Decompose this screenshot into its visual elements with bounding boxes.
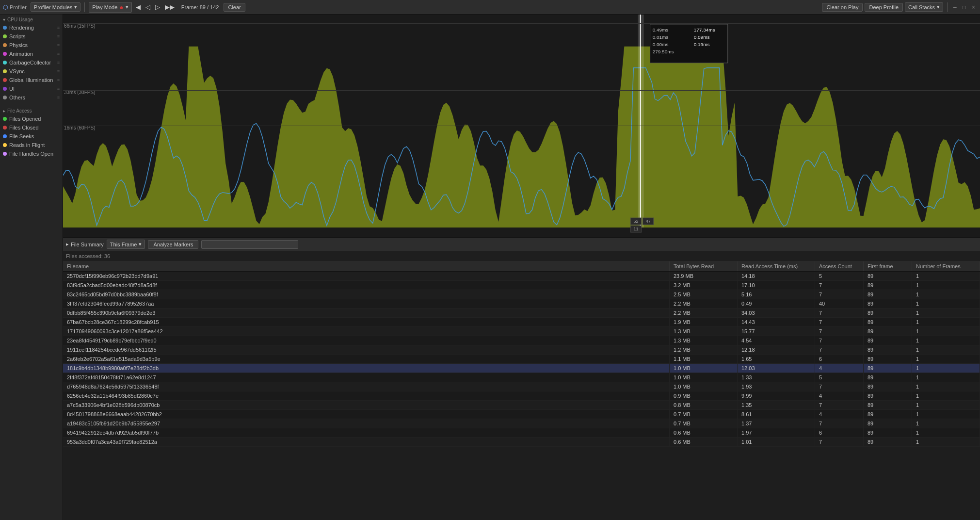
td-filename: 2a6feb2e6702a5a61e515ada9d3a5b9e bbox=[63, 355, 670, 363]
table-row[interactable]: a7c5a33906e4bf1e028b596db00870cb 0.8 MB … bbox=[63, 401, 980, 410]
sidebar-item-filesopened[interactable]: Files Opened bbox=[0, 114, 63, 123]
sidebar-item-readsinflight[interactable]: Reads in Flight bbox=[0, 141, 63, 149]
table-row[interactable]: 2570dcf15f990eb96c972b23dd7d9a91 23.9 MB… bbox=[63, 272, 980, 281]
play-mode-label: Play Mode bbox=[92, 4, 117, 10]
td-frames: 1 bbox=[912, 290, 980, 299]
table-row[interactable]: 6256eb4e32a11b464f93b85df2860c7e 0.9 MB … bbox=[63, 391, 980, 401]
th-time[interactable]: Read Access Time (ms) bbox=[738, 261, 815, 271]
sidebar-item-ui[interactable]: UI ≡ bbox=[0, 84, 63, 93]
separator-2 bbox=[947, 2, 948, 12]
step-next-button[interactable]: ▷ bbox=[153, 2, 162, 12]
td-filename: 2f48f372af48150478fd71a62e8d1247 bbox=[63, 373, 670, 382]
file-access-section[interactable]: ▸ File Access bbox=[0, 106, 63, 114]
clear-on-play-button[interactable]: Clear on Play bbox=[822, 3, 863, 12]
td-filename: 83f9d5a2cbad5d00ebadc48f7d8a5d8f bbox=[63, 281, 670, 290]
deep-profile-button[interactable]: Deep Profile bbox=[865, 3, 903, 12]
file-summary-label: File Summary bbox=[71, 242, 104, 247]
table-row[interactable]: a19483c5105fb91d20b9b7d55855e297 0.7 MB … bbox=[63, 419, 980, 428]
table-row[interactable]: 1911cef1184254bcedc967dd5611f2f5 1.2 MB … bbox=[63, 345, 980, 355]
step-fwd-button[interactable]: ▶▶ bbox=[163, 2, 177, 12]
td-bytes: 2.2 MB bbox=[670, 299, 738, 308]
step-back-button[interactable]: ◀ bbox=[134, 2, 143, 12]
call-stacks-dropdown[interactable]: Call Stacks ▾ bbox=[905, 2, 943, 12]
td-time: 1.33 bbox=[738, 373, 815, 382]
td-time: 34.03 bbox=[738, 309, 815, 317]
window-maximize-button[interactable]: □ bbox=[961, 3, 968, 12]
table-row[interactable]: 181c9b4db1348b9980a0f7e28df2b3db 1.0 MB … bbox=[63, 364, 980, 373]
table-row[interactable]: 23ea8fd4549179cb89c79efbbc7f9ed0 1.3 MB … bbox=[63, 336, 980, 345]
chart-svg: 0.49ms 177.34ms 0.01ms 0.09ms 0.00ms 0.1… bbox=[63, 15, 980, 237]
table-row[interactable]: 2f48f372af48150478fd71a62e8d1247 1.0 MB … bbox=[63, 373, 980, 382]
table-row[interactable]: 8d4501798868e6668eaab44282670bb2 0.7 MB … bbox=[63, 410, 980, 419]
svg-text:0.19ms: 0.19ms bbox=[694, 42, 710, 47]
sidebar-label: Global Illumination bbox=[9, 77, 53, 83]
sidebar-label: Scripts bbox=[9, 33, 26, 39]
sidebar-item-others[interactable]: Others ≡ bbox=[0, 93, 63, 102]
th-frames[interactable]: Number of Frames bbox=[912, 261, 980, 271]
sidebar-item-filesclosed[interactable]: Files Closed bbox=[0, 123, 63, 132]
td-count: 7 bbox=[815, 438, 864, 446]
th-bytes[interactable]: Total Bytes Read bbox=[670, 261, 738, 271]
this-frame-dropdown[interactable]: This Frame ▾ bbox=[107, 240, 145, 249]
analyze-markers-button[interactable]: Analyze Markers bbox=[148, 240, 198, 249]
td-filename: d765948d8a7624e56d5975f13336548f bbox=[63, 382, 670, 391]
play-mode-dropdown[interactable]: Play Mode ● ▾ bbox=[89, 2, 131, 13]
th-filename[interactable]: Filename bbox=[63, 261, 670, 271]
sidebar-item-filehandlesopen[interactable]: File Handles Open bbox=[0, 149, 63, 158]
cpu-usage-section[interactable]: ▾ CPU Usage bbox=[0, 15, 63, 23]
sidebar-expand-icon: ≡ bbox=[57, 95, 60, 100]
window-minimize-button[interactable]: – bbox=[951, 3, 959, 12]
td-frames: 1 bbox=[912, 438, 980, 446]
sidebar-item-animation[interactable]: Animation ≡ bbox=[0, 49, 63, 58]
table-row[interactable]: 83f9d5a2cbad5d00ebadc48f7d8a5d8f 3.2 MB … bbox=[63, 281, 980, 290]
file-table[interactable]: Filename Total Bytes Read Read Access Ti… bbox=[63, 261, 980, 520]
sidebar-item-globalillumination[interactable]: Global Illumination ≡ bbox=[0, 76, 63, 84]
table-row[interactable]: 953a3dd0f07a3ca43a9f729fae82512a 0.6 MB … bbox=[63, 438, 980, 447]
td-frames: 1 bbox=[912, 345, 980, 354]
td-filename: 953a3dd0f07a3ca43a9f729fae82512a bbox=[63, 438, 670, 446]
table-row[interactable]: 69419422912ec4db7d929ab5df90f77b 0.6 MB … bbox=[63, 428, 980, 438]
clear-button[interactable]: Clear bbox=[224, 3, 245, 12]
sidebar-label: Animation bbox=[9, 51, 33, 57]
window-close-button[interactable]: × bbox=[970, 3, 977, 12]
dot-icon bbox=[3, 143, 7, 147]
dot-icon bbox=[3, 26, 7, 30]
th-count[interactable]: Access Count bbox=[815, 261, 864, 271]
search-input[interactable] bbox=[201, 240, 298, 249]
sidebar-item-rendering[interactable]: Rendering ≡ bbox=[0, 23, 63, 32]
table-rows-container: 2570dcf15f990eb96c972b23dd7d9a91 23.9 MB… bbox=[63, 272, 980, 447]
sidebar-item-garbagecollector[interactable]: GarbageCollector ≡ bbox=[0, 58, 63, 67]
td-count: 4 bbox=[815, 391, 864, 400]
table-row[interactable]: d765948d8a7624e56d5975f13336548f 1.0 MB … bbox=[63, 382, 980, 391]
table-row[interactable]: 67ba67bcb28ce367c18299c28fcab915 1.9 MB … bbox=[63, 318, 980, 327]
td-bytes: 1.9 MB bbox=[670, 318, 738, 326]
table-row[interactable]: 17170949060093c3ce12017a86f5ea442 1.3 MB… bbox=[63, 327, 980, 336]
td-frames: 1 bbox=[912, 364, 980, 373]
file-summary-title[interactable]: ▸ File Summary bbox=[66, 241, 104, 247]
table-row[interactable]: 83c2465cd05bd97d0bbc3889baa60f8f 2.5 MB … bbox=[63, 290, 980, 299]
td-bytes: 1.1 MB bbox=[670, 355, 738, 363]
td-time: 12.03 bbox=[738, 364, 815, 373]
profiler-modules-dropdown[interactable]: Profiler Modules ▾ bbox=[31, 2, 80, 12]
dot-icon bbox=[3, 34, 7, 38]
table-row[interactable]: 3fff37efd23046fecd99a778952637aa 2.2 MB … bbox=[63, 299, 980, 309]
file-items-list: Files Opened Files Closed File Seeks Rea… bbox=[0, 114, 63, 158]
td-filename: 181c9b4db1348b9980a0f7e28df2b3db bbox=[63, 364, 670, 373]
td-count: 4 bbox=[815, 410, 864, 419]
step-prev-button[interactable]: ◁ bbox=[144, 2, 152, 12]
sidebar-item-scripts[interactable]: Scripts ≡ bbox=[0, 32, 63, 41]
table-row[interactable]: 2a6feb2e6702a5a61e515ada9d3a5b9e 1.1 MB … bbox=[63, 355, 980, 364]
table-row[interactable]: 0dfbb85f455c390b9cfa6f09379de2e3 2.2 MB … bbox=[63, 309, 980, 318]
cpu-items-list: Rendering ≡ Scripts ≡ Physics ≡ Animatio… bbox=[0, 23, 63, 102]
svg-text:177.34ms: 177.34ms bbox=[694, 27, 715, 32]
dot-icon bbox=[3, 87, 7, 91]
th-first[interactable]: First frame bbox=[864, 261, 912, 271]
dropdown-arrow-icon2: ▾ bbox=[126, 4, 129, 10]
sidebar-item-fileseeks[interactable]: File Seeks bbox=[0, 132, 63, 141]
td-time: 1.01 bbox=[738, 438, 815, 446]
files-accessed-summary: Files accessed: 36 bbox=[63, 251, 980, 261]
profiler-chart[interactable]: 0.49ms 177.34ms 0.01ms 0.09ms 0.00ms 0.1… bbox=[63, 15, 980, 238]
sidebar-item-physics[interactable]: Physics ≡ bbox=[0, 41, 63, 49]
td-filename: 69419422912ec4db7d929ab5df90f77b bbox=[63, 428, 670, 437]
sidebar-item-vsync[interactable]: VSync ≡ bbox=[0, 67, 63, 76]
